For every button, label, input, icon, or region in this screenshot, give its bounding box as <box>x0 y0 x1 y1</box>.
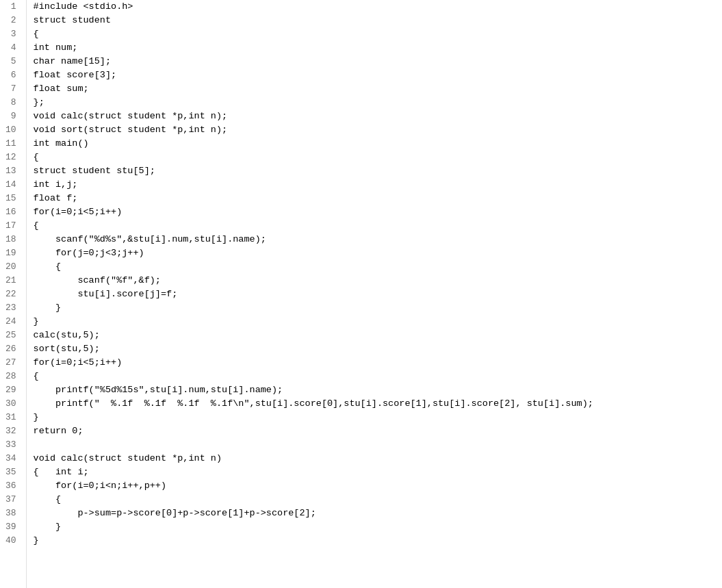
code-line: } <box>34 301 722 315</box>
code-line: { <box>34 260 722 274</box>
code-line: p->sum=p->score[0]+p->score[1]+p->score[… <box>34 507 722 520</box>
line-number: 32 <box>5 424 21 438</box>
code-editor: 1234567891011121314151617181920212223242… <box>0 0 722 588</box>
line-number: 22 <box>5 287 21 301</box>
code-line <box>34 438 722 452</box>
code-line: float sum; <box>34 82 722 96</box>
code-line: printf("%5d%15s",stu[i].num,stu[i].name)… <box>34 383 722 397</box>
code-line: sort(stu,5); <box>34 342 722 356</box>
line-number: 28 <box>5 370 21 383</box>
code-line: { int i; <box>34 465 722 479</box>
line-number: 13 <box>5 164 21 178</box>
line-number: 39 <box>5 520 21 534</box>
line-number: 34 <box>5 452 21 465</box>
code-line: scanf("%f",&f); <box>34 274 722 287</box>
code-line: void calc(struct student *p,int n); <box>34 110 722 123</box>
code-line: { <box>34 370 722 383</box>
line-number: 18 <box>5 233 21 246</box>
line-number: 38 <box>5 507 21 520</box>
code-line: return 0; <box>34 424 722 438</box>
line-number: 27 <box>5 356 21 370</box>
code-line: stu[i].score[j]=f; <box>34 287 722 301</box>
code-line: } <box>34 534 722 548</box>
code-line: { <box>34 219 722 233</box>
code-line: for(i=0;i<n;i++,p++) <box>34 479 722 493</box>
line-number: 16 <box>5 205 21 219</box>
code-line: { <box>34 151 722 164</box>
line-number: 1 <box>5 0 21 14</box>
code-line: } <box>34 411 722 424</box>
line-number: 25 <box>5 329 21 342</box>
line-number: 15 <box>5 192 21 205</box>
line-number: 19 <box>5 246 21 260</box>
line-number: 24 <box>5 315 21 329</box>
line-number: 7 <box>5 82 21 96</box>
line-number: 35 <box>5 465 21 479</box>
line-number: 10 <box>5 123 21 137</box>
line-number: 30 <box>5 397 21 411</box>
line-number: 5 <box>5 55 21 68</box>
line-number: 40 <box>5 534 21 548</box>
line-number: 23 <box>5 301 21 315</box>
line-number: 11 <box>5 137 21 151</box>
code-line: int i,j; <box>34 178 722 192</box>
code-line: float f; <box>34 192 722 205</box>
code-line: scanf("%d%s",&stu[i].num,stu[i].name); <box>34 233 722 246</box>
code-line: for(i=0;i<5;i++) <box>34 356 722 370</box>
code-line: } <box>34 520 722 534</box>
code-line: } <box>34 315 722 329</box>
line-number: 36 <box>5 479 21 493</box>
code-line: for(j=0;j<3;j++) <box>34 246 722 260</box>
code-line: int num; <box>34 41 722 55</box>
code-line: for(i=0;i<5;i++) <box>34 205 722 219</box>
code-line: struct student stu[5]; <box>34 164 722 178</box>
code-line: int main() <box>34 137 722 151</box>
code-line: { <box>34 27 722 41</box>
line-number: 20 <box>5 260 21 274</box>
code-line: printf(" %.1f %.1f %.1f %.1f\n",stu[i].s… <box>34 397 722 411</box>
code-line: char name[15]; <box>34 55 722 68</box>
line-number: 29 <box>5 383 21 397</box>
line-number: 21 <box>5 274 21 287</box>
code-line: #include <stdio.h> <box>34 0 722 14</box>
line-number: 33 <box>5 438 21 452</box>
line-number: 26 <box>5 342 21 356</box>
line-number: 12 <box>5 151 21 164</box>
line-number: 9 <box>5 110 21 123</box>
line-number: 14 <box>5 178 21 192</box>
code-line: struct student <box>34 14 722 27</box>
line-number: 17 <box>5 219 21 233</box>
line-number: 8 <box>5 96 21 110</box>
code-content: #include <stdio.h>struct student{int num… <box>27 0 722 588</box>
line-number: 4 <box>5 41 21 55</box>
code-line: }; <box>34 96 722 110</box>
line-number: 3 <box>5 27 21 41</box>
code-line: float score[3]; <box>34 68 722 82</box>
line-number: 6 <box>5 68 21 82</box>
line-numbers: 1234567891011121314151617181920212223242… <box>0 0 27 588</box>
line-number: 2 <box>5 14 21 27</box>
line-number: 37 <box>5 493 21 507</box>
code-line: { <box>34 493 722 507</box>
code-line: void sort(struct student *p,int n); <box>34 123 722 137</box>
line-number: 31 <box>5 411 21 424</box>
code-line: calc(stu,5); <box>34 329 722 342</box>
code-line: void calc(struct student *p,int n) <box>34 452 722 465</box>
